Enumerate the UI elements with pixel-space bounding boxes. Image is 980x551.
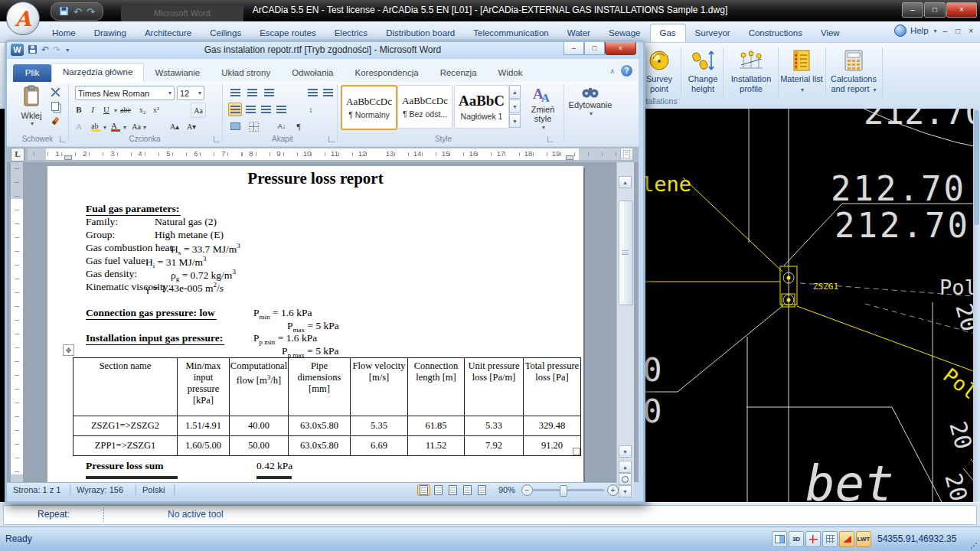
shading-button[interactable] <box>228 119 242 133</box>
mdi-minimize-icon[interactable]: – <box>941 27 950 35</box>
ortho-toggle-button[interactable] <box>839 531 854 547</box>
paste-button[interactable]: Wklej ▾ <box>13 84 50 135</box>
draft-view-button[interactable] <box>475 484 488 496</box>
editing-button[interactable]: Edytowanie ▾ <box>567 85 614 135</box>
material-list-button[interactable]: Material list ▾ <box>779 46 824 103</box>
scroll-down-button[interactable]: ▼ <box>619 445 632 458</box>
underline-button[interactable]: U <box>100 103 113 116</box>
table-resize-handle[interactable] <box>573 448 580 455</box>
qat-customize-caret-icon[interactable]: ▾ <box>66 47 69 54</box>
font-color-button[interactable]: A <box>109 119 122 133</box>
tab-view[interactable]: View <box>812 24 849 42</box>
paragraph-dialog-launcher[interactable] <box>328 136 335 142</box>
word-save-icon[interactable] <box>28 44 38 56</box>
highlight-caret-icon[interactable]: ▾ <box>103 124 106 131</box>
styles-gallery-button[interactable]: ▼ <box>509 114 521 128</box>
word-redo-icon[interactable]: ↷ <box>53 44 60 55</box>
clipboard-dialog-launcher[interactable] <box>60 136 66 142</box>
zoom-in-button[interactable]: + <box>607 484 619 496</box>
styles-scroll-up-button[interactable]: ▲ <box>509 85 521 99</box>
ruler-toggle-button[interactable] <box>620 148 633 161</box>
style-normalny[interactable]: AaBbCcDc ¶ Normalny <box>341 85 397 130</box>
crosshair-toggle-button[interactable] <box>805 531 821 547</box>
align-center-button[interactable] <box>243 103 257 116</box>
installation-profile-button[interactable]: Installation profile <box>724 46 778 103</box>
redo-icon[interactable]: ↷ <box>87 7 95 17</box>
underline-caret-icon[interactable]: ▾ <box>114 107 117 114</box>
tab-constructions[interactable]: Constructions <box>740 24 812 42</box>
text-effects-button[interactable]: A <box>72 119 86 133</box>
zoom-level[interactable]: 90% <box>498 485 515 494</box>
font-size-combobox[interactable]: 12▾ <box>177 86 204 100</box>
minimize-button[interactable]: – <box>902 2 923 18</box>
indent-marker-right[interactable] <box>566 155 573 160</box>
style-naglowek-1[interactable]: AaBbC Nagłówek 1 <box>454 85 509 129</box>
word-count-status[interactable]: Wyrazy: 156 <box>77 485 123 494</box>
word-restore-button[interactable]: □ <box>584 42 605 55</box>
tab-gas[interactable]: Gas <box>650 24 686 42</box>
line-spacing-button[interactable]: ↕ <box>304 103 318 116</box>
tab-surveyor[interactable]: Surveyor <box>686 24 740 42</box>
browse-object-button[interactable] <box>619 473 632 485</box>
tab-selector[interactable]: L <box>11 148 24 161</box>
strikethrough-button[interactable]: abe <box>119 103 132 116</box>
align-right-button[interactable] <box>259 103 273 116</box>
shrink-font-button[interactable]: A▾ <box>185 119 198 133</box>
font-color-caret-icon[interactable]: ▾ <box>123 124 126 131</box>
cad-scrollbar-thumb[interactable] <box>974 110 979 225</box>
layers-toggle-button[interactable] <box>772 531 787 547</box>
highlight-color-button[interactable]: ab <box>89 119 103 133</box>
command-input-area[interactable]: Repeat: No active tool <box>3 505 977 525</box>
change-height-button[interactable]: Change height <box>682 46 724 103</box>
align-left-button[interactable] <box>228 103 242 116</box>
increase-indent-button[interactable] <box>321 86 335 99</box>
style-bez-odstepow[interactable]: AaBbCcDc ¶ Bez odst... <box>397 85 452 129</box>
vertical-ruler[interactable] <box>11 162 23 482</box>
subscript-button[interactable]: x₂ <box>136 103 149 116</box>
mdi-restore-icon[interactable]: □ <box>953 27 962 35</box>
zoom-slider[interactable] <box>532 489 604 491</box>
close-button[interactable]: × <box>946 2 977 18</box>
cut-icon[interactable] <box>48 86 62 98</box>
help-caret-icon[interactable]: ▾ <box>934 28 937 34</box>
outline-view-button[interactable] <box>461 484 474 496</box>
multilevel-list-button[interactable] <box>262 86 276 99</box>
mdi-close-icon[interactable]: × <box>966 27 975 35</box>
word-help-icon[interactable]: ? <box>621 65 632 77</box>
justify-button[interactable] <box>274 103 288 116</box>
sort-button[interactable]: A↓ <box>275 119 289 133</box>
change-case-caret-icon[interactable]: ▾ <box>143 124 146 131</box>
show-marks-button[interactable]: ¶ <box>292 119 305 133</box>
help-globe-icon[interactable] <box>894 24 906 37</box>
styles-scroll-down-button[interactable]: ▼ <box>509 99 521 113</box>
resize-grip[interactable] <box>971 543 977 549</box>
undo-icon[interactable]: ↶ <box>74 7 82 17</box>
next-page-button[interactable]: ▼ <box>619 485 632 497</box>
collapse-ribbon-icon[interactable]: ∧ <box>609 67 615 75</box>
language-status[interactable]: Polski <box>142 485 165 494</box>
restore-button[interactable]: □ <box>924 2 946 18</box>
decrease-indent-button[interactable] <box>305 86 319 99</box>
grow-font-button[interactable]: A▴ <box>168 119 181 133</box>
numbered-list-button[interactable] <box>245 86 259 99</box>
lineweight-toggle-button[interactable]: LWT <box>856 531 871 547</box>
help-menu[interactable]: Help <box>910 26 929 35</box>
word-undo-icon[interactable]: ↶ <box>41 44 49 55</box>
zoom-slider-thumb[interactable] <box>560 485 567 497</box>
change-styles-button[interactable]: AA Zmień style ▾ <box>523 85 563 135</box>
tab-uklad-strony[interactable]: Układ strony <box>211 64 281 82</box>
previous-page-button[interactable]: ▲ <box>619 461 632 473</box>
scrollbar-thumb[interactable] <box>619 201 633 305</box>
scroll-up-button[interactable]: ▲ <box>619 176 632 188</box>
calculations-report-button[interactable]: Calculations and report ▾ <box>827 46 880 103</box>
copy-icon[interactable] <box>48 100 62 112</box>
styles-dialog-launcher[interactable] <box>547 136 554 142</box>
borders-button[interactable] <box>247 119 260 133</box>
fullscreen-reading-view-button[interactable] <box>432 484 445 496</box>
table-move-handle[interactable]: ✥ <box>63 344 74 356</box>
word-minimize-button[interactable]: – <box>564 42 584 55</box>
save-icon[interactable] <box>59 6 69 18</box>
3d-view-button[interactable]: 3D <box>789 531 804 547</box>
tab-widok[interactable]: Widok <box>488 64 534 82</box>
tab-plik[interactable]: Plik <box>13 64 51 82</box>
